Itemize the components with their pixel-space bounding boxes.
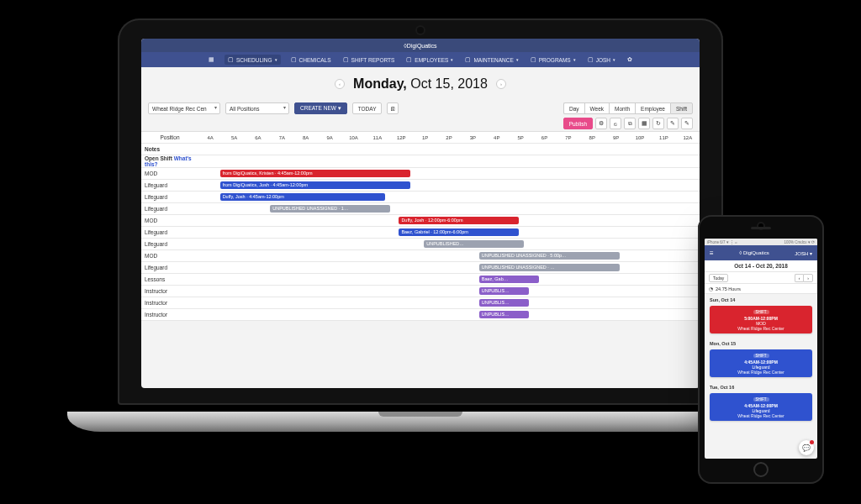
bar-track: UNPUBLISHED UNASSIGNED · 1…: [198, 204, 700, 213]
shift-bar[interactable]: Baez, Gab…: [479, 276, 540, 283]
create-new-button[interactable]: CREATE NEW ▾: [294, 102, 347, 114]
nav-apps-icon[interactable]: ▦: [207, 56, 216, 63]
nav-scheduling[interactable]: ▢ SCHEDULING ▾: [224, 55, 281, 65]
shift-bar[interactable]: UNPUBLISHED UNASSIGNED · 1…: [270, 205, 390, 213]
location-select[interactable]: Wheat Ridge Rec Cen: [148, 102, 220, 114]
notes-label: Notes: [141, 146, 198, 152]
view-shift-button[interactable]: Shift: [670, 102, 693, 114]
nav-maintenance[interactable]: ▢ MAINTENANCE ▾: [463, 56, 520, 63]
view-week-button[interactable]: Week: [584, 102, 610, 114]
position-label: MOD: [141, 218, 198, 223]
toolbar-icon-6[interactable]: ✎: [681, 118, 693, 129]
mobile-day-label: Tue, Oct 16: [705, 381, 817, 391]
mobile-shift-card[interactable]: SHIFT4:45AM-12:00PMLifeguardWheat Ridge …: [710, 393, 812, 421]
hour-7A: 7A: [270, 135, 293, 140]
position-label: Instructor: [141, 312, 198, 318]
date-header: ‹ Monday, Oct 15, 2018 ›: [141, 67, 700, 101]
position-col-header: Position: [141, 134, 198, 140]
hamburger-icon[interactable]: ≡: [710, 249, 714, 257]
mobile-today-button[interactable]: Today: [709, 274, 728, 282]
shift-bar[interactable]: UNPUBLIS…: [479, 311, 530, 318]
view-employee-button[interactable]: Employee: [635, 102, 670, 114]
shift-bar[interactable]: UNPUBLISHED UNASSIGNED · 5:00p…: [479, 252, 620, 260]
nav-chemicals[interactable]: ▢ CHEMICALS: [289, 56, 333, 63]
view-day-button[interactable]: Day: [563, 102, 584, 114]
time-header: Position 4A5A6A7A8A9A10A11A12P1P2P3P4P5P…: [141, 132, 700, 144]
calendar-icon[interactable]: 🗓: [387, 102, 399, 114]
shift-bar[interactable]: UNPUBLISHED UNASSIGNED · …: [479, 264, 620, 271]
shift-bar[interactable]: Duffy, Josh · 12:00pm-6:00pm: [399, 217, 519, 224]
view-month-button[interactable]: Month: [609, 102, 635, 114]
hour-8A: 8A: [294, 135, 318, 140]
prev-day-button[interactable]: ‹: [335, 79, 345, 89]
nav-settings-icon[interactable]: ✿: [626, 56, 634, 63]
shift-row: InstructorUNPUBLIS…: [141, 309, 700, 321]
mobile-prev-button[interactable]: ‹: [795, 274, 804, 282]
hour-5P: 5P: [509, 135, 532, 140]
position-label: Lessons: [141, 276, 198, 282]
toolbar-icon-3[interactable]: ▦: [638, 118, 650, 129]
publish-button[interactable]: Publish: [563, 118, 593, 129]
bar-track: from DigiQuatics, Josh · 4:45am-12:00pm: [198, 181, 700, 190]
app-brand-bar: ◊ DigiQuatics: [141, 39, 700, 52]
hour-10A: 10A: [341, 135, 365, 140]
chat-button[interactable]: 💬: [799, 440, 814, 455]
next-day-button[interactable]: ›: [496, 79, 506, 89]
notes-row: Notes: [141, 144, 700, 155]
bar-track: UNPUBLISHED UNASSIGNED · …: [198, 263, 700, 272]
mobile-user-menu[interactable]: JOSH ▾: [795, 250, 812, 256]
mobile-shift-card[interactable]: SHIFT4:45AM-12:00PMLifeguardWheat Ridge …: [710, 349, 812, 377]
shift-row: LifeguardDuffy, Josh · 4:45am-12:00pm: [141, 192, 700, 203]
nav-programs[interactable]: ▢ PROGRAMS ▾: [529, 56, 578, 63]
position-label: MOD: [141, 253, 198, 259]
nav-josh[interactable]: ▢ JOSH ▾: [586, 56, 617, 63]
mobile-next-button[interactable]: ›: [803, 274, 813, 282]
laptop-mockup: ◊ DigiQuatics ▦ ▢ SCHEDULING ▾▢ CHEMICAL…: [118, 18, 723, 422]
shift-bar[interactable]: UNPUBLIS…: [479, 299, 530, 307]
today-button[interactable]: TODAY: [352, 102, 383, 114]
position-select[interactable]: All Positions: [225, 102, 289, 114]
status-left: iPhone 6/7 ▾ ⋮ ⌕: [707, 240, 737, 244]
hours-value: 24.75 Hours: [716, 286, 741, 291]
open-shift-label: Open Shift What's this?: [141, 155, 198, 167]
position-label: Lifeguard: [141, 206, 198, 212]
nav-shift-reports[interactable]: ▢ SHIFT REPORTS: [341, 56, 397, 63]
hour-4P: 4P: [485, 135, 509, 140]
bar-track: UNPUBLIS…: [198, 310, 700, 319]
shift-bar[interactable]: Duffy, Josh · 4:45am-12:00pm: [220, 193, 386, 201]
shift-row: InstructorUNPUBLIS…: [141, 286, 700, 297]
shift-row: LifeguardBaez, Gabriel · 12:00pm-6:00pm: [141, 227, 700, 239]
laptop-camera-icon: [417, 27, 424, 34]
mobile-header: ≡ ◊ DigiQuatics JOSH ▾: [705, 245, 817, 260]
hour-6A: 6A: [246, 135, 270, 140]
nav-employees[interactable]: ▢ EMPLOYEES ▾: [404, 56, 455, 63]
shift-bar[interactable]: UNPUBLISHED…: [424, 240, 524, 248]
schedule-toolbar: Publish ⚙⎋⧉▦↻✎✎: [141, 116, 700, 131]
position-label: Lifeguard: [141, 265, 198, 270]
shift-row: LifeguardUNPUBLISHED UNASSIGNED · 1…: [141, 203, 700, 215]
shift-row: MODUNPUBLISHED UNASSIGNED · 5:00p…: [141, 250, 700, 262]
toolbar-icon-0[interactable]: ⚙: [595, 118, 607, 129]
shift-bar[interactable]: UNPUBLIS…: [479, 287, 530, 295]
shift-bar[interactable]: from DigiQuatics, Kristen · 4:45am-12:00…: [220, 170, 410, 177]
bar-track: from DigiQuatics, Kristen · 4:45am-12:00…: [198, 169, 700, 178]
toolbar-icon-2[interactable]: ⧉: [624, 118, 636, 129]
hour-9A: 9A: [318, 135, 341, 140]
hour-6P: 6P: [532, 135, 556, 140]
shift-bar[interactable]: from DigiQuatics, Josh · 4:45am-12:00pm: [220, 181, 410, 189]
laptop-base: [67, 412, 774, 432]
toolbar-icon-5[interactable]: ✎: [667, 118, 679, 129]
shift-bar[interactable]: Baez, Gabriel · 12:00pm-6:00pm: [399, 228, 519, 236]
position-label: Lifeguard: [141, 194, 198, 200]
open-shift-row: Open Shift What's this?: [141, 155, 700, 168]
shift-row: InstructorUNPUBLIS…: [141, 297, 700, 309]
mobile-total-hours: ◔ 24.75 Hours: [705, 284, 817, 294]
toolbar-icon-4[interactable]: ↻: [652, 118, 664, 129]
shift-row: Lifeguardfrom DigiQuatics, Josh · 4:45am…: [141, 180, 700, 192]
bar-track: Duffy, Josh · 12:00pm-6:00pm: [198, 216, 700, 225]
toolbar-icon-1[interactable]: ⎋: [610, 118, 621, 129]
position-label: Instructor: [141, 300, 198, 306]
hour-12A: 12A: [676, 135, 700, 140]
mobile-shift-card[interactable]: SHIFT5:00AM-12:00PMMODWheat Ridge Rec Ce…: [710, 306, 812, 333]
hour-11A: 11A: [366, 135, 389, 140]
